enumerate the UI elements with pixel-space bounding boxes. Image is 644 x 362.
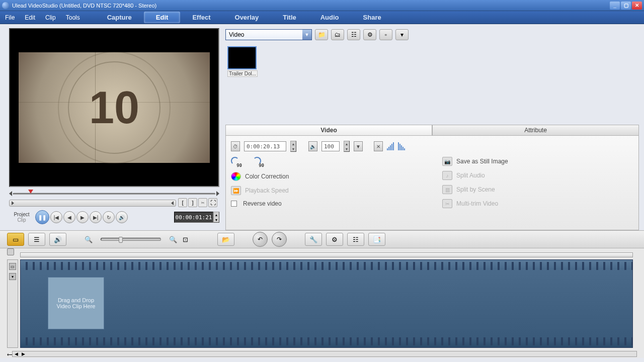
volume-field[interactable]: 100 [321,141,340,151]
load-video-button[interactable]: 📁 [315,29,328,40]
fade-in-button[interactable] [387,142,394,150]
timeline-corner: ⟷ [7,352,12,357]
app-icon [2,2,9,9]
fit-project-button[interactable]: ⊡ [181,233,189,246]
timeline-scrollbar[interactable]: ◀ ▶ [12,351,637,357]
mute-button[interactable]: ✕ [374,141,383,151]
audio-view-button[interactable]: 🔊 [49,233,66,246]
split-audio-icon: ♪ [442,171,452,180]
volume-spinner[interactable]: ▲▼ [344,141,350,152]
menu-clip[interactable]: Clip [40,14,61,21]
timeline-ruler[interactable] [20,252,633,257]
storyboard-track[interactable]: Drag and Drop Video Clip Here [20,259,633,348]
pause-button[interactable]: ❚❚ [35,210,49,224]
next-frame-button[interactable]: ▶ [76,211,89,223]
batch-convert-button[interactable]: ⚙ [326,233,343,246]
timeline-view-button[interactable]: ☰ [28,233,45,246]
rotate-ccw-button[interactable]: 90 [231,157,242,167]
step-effect[interactable]: Effect [180,12,222,23]
thumbnail-image [227,46,257,69]
playback-speed-button[interactable]: ⏩ Playback Speed [231,186,422,195]
color-correction-button[interactable]: Color Correction [231,172,422,181]
menu-edit[interactable]: Edit [20,14,40,21]
expand-library-button[interactable]: ▾ [395,29,409,40]
library-clip-1[interactable]: Trailer Dol... [227,46,258,77]
countdown-number: 10 [89,82,139,134]
mark-in-button[interactable]: [ [178,198,187,207]
track-header-toggle[interactable]: ▾ [9,273,16,280]
rotate-cw-button[interactable]: 90 [253,157,264,167]
volume-dropdown[interactable]: ▼ [354,141,363,151]
menu-file[interactable]: File [0,14,20,21]
library-bar: Video ▼ 📁 🗂 ☷ ⚙ ▫ ▾ [225,28,639,41]
insert-media-files-button[interactable]: 📂 [217,233,234,246]
extra-button[interactable]: ▫ [379,29,392,40]
enlarge-button[interactable]: ⛶ [208,198,217,207]
duration-field[interactable]: 0:00:20.13 [244,141,286,151]
undo-button[interactable]: ↶ [253,232,268,247]
save-still-button[interactable]: 📷 Save as Still Image [442,157,633,166]
duration-spinner[interactable]: ▲▼ [290,141,296,152]
fade-out-button[interactable] [398,142,405,150]
step-share[interactable]: Share [351,12,393,23]
step-overlay[interactable]: Overlay [223,12,271,23]
zoom-in-icon[interactable]: 🔍 [169,233,177,246]
multitrim-button[interactable]: ✂ Multi-trim Video [442,199,633,208]
drop-hint[interactable]: Drag and Drop Video Clip Here [48,277,104,329]
timecode-spinner[interactable]: ▲▼ [213,212,219,223]
tab-video[interactable]: Video [225,125,432,136]
scroll-right-button[interactable]: ▶ [20,351,27,356]
titlebar: Ulead VideoStudio (Untitled, DVD NTSC 72… [0,0,644,11]
scroll-left-button[interactable]: ◀ [13,351,20,356]
library-thumbnails: Trailer Dol... [225,44,639,125]
step-title[interactable]: Title [271,12,308,23]
trim-bar[interactable] [9,200,176,207]
timeline: ▭ ▾ Drag and Drop Video Clip Here ⟷ ◀ ▶ [0,248,644,358]
system-volume-button[interactable]: 🔊 [116,211,128,223]
sort-button[interactable]: ☷ [347,29,360,40]
split-scene-button[interactable]: ▥ Split by Scene [442,185,633,194]
step-audio[interactable]: Audio [308,12,351,23]
zoom-out-icon[interactable]: 🔍 [85,233,93,246]
library-category-select[interactable]: Video ▼ [225,29,312,40]
split-clip-button[interactable]: ✂ [198,198,207,207]
scrubber-thumb[interactable] [28,190,33,194]
prev-frame-button[interactable]: ◀ [63,211,75,223]
timecode-display[interactable]: 00:00:01:21 [174,212,213,223]
options-panel: ⏱ 0:00:20.13 ▲▼ 🔈 100 ▲▼ ▼ ✕ 90 90 [225,136,639,230]
minimize-button[interactable]: _ [610,2,620,10]
preview-panel: 10 [ ] ✂ ⛶ Project Clip ❚❚ [0,24,225,230]
step-capture[interactable]: Capture [95,12,144,23]
redo-button[interactable]: ↷ [272,232,287,247]
step-edit[interactable]: Edit [144,12,181,23]
chapter-button[interactable]: 📑 [368,233,385,246]
track-header-video[interactable]: ▭ [9,263,16,270]
repeat-button[interactable]: ↻ [103,211,115,223]
maximize-button[interactable]: ▢ [621,2,631,10]
tab-attribute[interactable]: Attribute [432,125,639,136]
preview-window[interactable]: 10 [9,28,219,187]
library-manager-button[interactable]: ⚙ [363,29,376,40]
color-wheel-icon [231,172,241,181]
zoom-slider[interactable] [101,238,161,241]
duration-icon: ⏱ [231,141,240,151]
scene-icon: ▥ [442,185,452,194]
end-button[interactable]: ▶| [90,211,102,223]
step-tabs: Capture Edit Effect Overlay Title Audio … [95,12,644,23]
film-perforation-top [21,262,632,270]
smart-proxy-button[interactable]: 🔧 [305,233,322,246]
mark-out-button[interactable]: ] [188,198,197,207]
menu-tools[interactable]: Tools [61,14,85,21]
insert-media-button[interactable]: 🗂 [331,29,344,40]
timeline-collapse-button[interactable] [7,248,14,255]
volume-icon: 🔈 [308,141,317,151]
scrubber[interactable] [9,189,219,197]
storyboard-view-button[interactable]: ▭ [7,233,24,246]
track-manager-button[interactable]: ☷ [347,233,364,246]
split-audio-button[interactable]: ♪ Split Audio [442,171,633,180]
reverse-video-checkbox[interactable]: Reverse video [231,200,422,207]
home-button[interactable]: |◀ [50,211,62,223]
playback-mode[interactable]: Project Clip [9,212,34,223]
close-button[interactable]: ✕ [632,2,642,10]
timeline-track-headers: ▭ ▾ [7,259,18,348]
